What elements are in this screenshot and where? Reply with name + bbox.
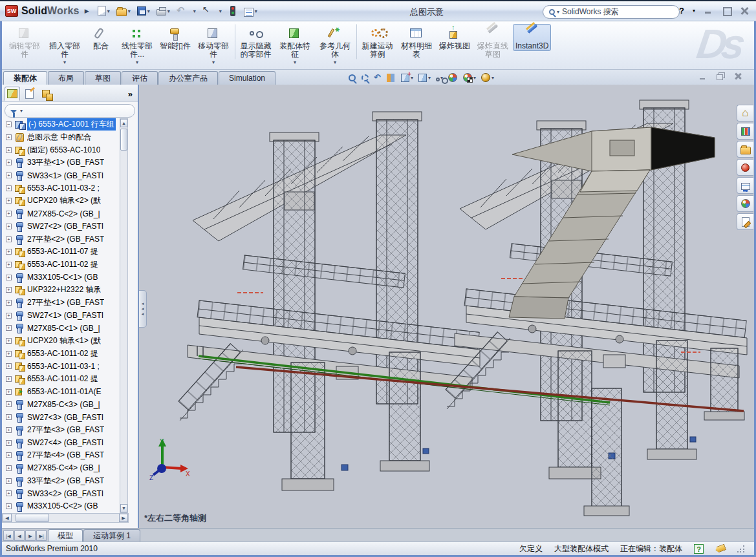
hud-button[interactable] [448, 72, 458, 83]
expand-toggle[interactable]: + [6, 401, 12, 407]
task-pane-button[interactable] [737, 141, 753, 158]
tree-item[interactable]: + 6553-AC-1011-03-1 ; [2, 360, 129, 373]
expand-toggle[interactable]: + [6, 338, 12, 344]
tree-item[interactable]: + SW33<1> (GB_FASTI [2, 169, 129, 182]
dropdown-arrow-icon[interactable]: ▾ [219, 8, 222, 14]
expand-toggle[interactable]: + [6, 211, 12, 216]
tree-item[interactable]: + 33平垫<2> (GB_FAST [2, 474, 129, 487]
tree-item[interactable]: + UCPX20 轴承<2> (默 [2, 194, 129, 207]
toolbar-button[interactable] [226, 3, 239, 19]
tree-item[interactable]: + 33平垫<1> (GB_FAST [2, 156, 129, 169]
tree-item[interactable]: + 6553-AC-1011-01A(E [2, 385, 129, 398]
scroll-up-arrow[interactable]: ▲ [120, 119, 127, 127]
resize-grip[interactable] [737, 545, 745, 552]
expand-toggle[interactable]: + [6, 134, 12, 140]
scroll-left-arrow[interactable]: ◀ [3, 514, 12, 522]
graphics-viewport[interactable]: ◂◂◂ ⌂ [139, 85, 754, 528]
command-tab[interactable]: 评估 [122, 71, 158, 85]
toolbar-button[interactable]: ▾ [96, 3, 112, 19]
toolbar-button[interactable]: ▾ [135, 3, 152, 19]
tree-item[interactable]: + 总图示意 中的配合 [2, 131, 129, 144]
dropdown-arrow-icon[interactable]: ▾ [136, 59, 138, 65]
scroll-down-arrow[interactable]: ▼ [120, 504, 127, 512]
expand-toggle[interactable]: + [6, 147, 12, 153]
expand-toggle[interactable]: + [6, 440, 12, 446]
toolbar-button[interactable]: ↖ ▾ [200, 3, 224, 19]
expand-toggle[interactable]: + [6, 503, 12, 509]
expand-toggle[interactable]: + [6, 224, 12, 229]
tree-item[interactable]: + SW27<2> (GB_FASTI [2, 220, 129, 233]
filter-dropdown-icon[interactable]: ▾ [20, 108, 23, 114]
expand-toggle[interactable]: + [6, 275, 12, 280]
tree-item[interactable]: + 6553-AC-1011-02 提 [2, 373, 129, 386]
expand-toggle[interactable]: + [6, 325, 12, 331]
command-tab[interactable]: 布局 [48, 71, 84, 85]
expand-toggle[interactable]: + [6, 300, 12, 306]
feature-manager-tab[interactable] [5, 87, 20, 101]
dropdown-arrow-icon[interactable]: ▾ [167, 8, 170, 14]
expand-toggle[interactable]: + [6, 160, 12, 165]
command-tab[interactable]: Simulation [219, 71, 275, 85]
ribbon-button[interactable]: 参考几何体 ▾ [315, 24, 355, 65]
expand-toggle[interactable]: + [6, 185, 12, 191]
ribbon-button[interactable]: 插入零部件 ▾ [45, 24, 85, 65]
toolbar-button[interactable]: ▾ [114, 3, 133, 19]
task-pane-button[interactable] [737, 195, 753, 212]
doc-close-button[interactable] [734, 72, 742, 80]
search-placeholder[interactable]: SolidWorks 搜索 [562, 6, 619, 17]
scroll-right-arrow[interactable]: ▶ [119, 514, 128, 522]
tab-nav-button[interactable]: ◀ [14, 531, 25, 541]
hud-button[interactable]: ▾ [400, 73, 413, 83]
quick-tips-help-icon[interactable]: ? [694, 544, 704, 554]
dropdown-arrow-icon[interactable]: ▾ [107, 8, 110, 14]
hud-button[interactable]: ↶ [374, 72, 381, 83]
tree-item[interactable]: + UKP322+H2322 轴承 [2, 284, 129, 297]
dropdown-arrow-icon[interactable]: ▾ [63, 59, 66, 65]
task-pane-button[interactable] [737, 159, 753, 176]
tree-item[interactable]: + SW27<1> (GB_FASTI [2, 309, 129, 322]
tree-horizontal-scrollbar[interactable]: ◀ ▶ [2, 513, 129, 523]
command-tab[interactable]: 草图 [85, 71, 121, 85]
tree-filter-bar[interactable]: ▾ [5, 104, 135, 118]
hud-button[interactable]: ▾ [418, 73, 431, 83]
ribbon-button[interactable]: 装配体特征 ▾ [275, 24, 315, 65]
tree-item[interactable]: + 6553-AC-1011-02 提 [2, 347, 129, 360]
tree-item[interactable]: + 27平垫<2> (GB_FAST [2, 233, 129, 246]
expand-toggle[interactable]: + [6, 262, 12, 268]
tab-nav-button[interactable]: |◀ [3, 531, 14, 541]
tree-item[interactable]: + M27X85-C<2> (GB_| [2, 207, 129, 220]
expand-toggle[interactable]: + [6, 198, 12, 204]
scroll-thumb[interactable] [120, 129, 127, 151]
toolbar-button[interactable]: ↶ ▾ [175, 3, 198, 19]
ribbon-button[interactable]: 显示隐藏的零部件 [235, 24, 275, 59]
dropdown-arrow-icon[interactable]: ▾ [147, 8, 150, 14]
toolbar-button[interactable]: ▾ [242, 3, 259, 19]
hud-button[interactable] [385, 73, 396, 83]
model-tab[interactable]: 模型 [48, 529, 83, 541]
tree-item[interactable]: − (-) 6553-AC-1001 行车组 [2, 118, 129, 131]
ribbon-button[interactable]: 材料明细表 [396, 24, 437, 59]
expand-toggle[interactable]: + [6, 376, 12, 382]
hud-button[interactable]: ▾ [481, 72, 494, 83]
scroll-thumb[interactable] [16, 514, 49, 522]
task-pane-button[interactable] [737, 213, 753, 230]
expand-toggle[interactable]: − [6, 121, 12, 127]
expand-toggle[interactable]: + [6, 490, 12, 496]
tree-item[interactable]: + 6553-AC-1011-03-2 ; [2, 182, 129, 194]
tree-vertical-scrollbar[interactable]: ▲ ▼ [120, 118, 128, 513]
tree-item[interactable]: + 27平垫<3> (GB_FAST [2, 424, 129, 437]
expand-toggle[interactable]: + [6, 236, 12, 242]
tree-item[interactable]: + UCPX20 轴承<1> (默 [2, 335, 129, 348]
toolbar-button[interactable]: ▾ [155, 3, 172, 19]
tree-item[interactable]: + SW27<3> (GB_FASTI [2, 411, 129, 424]
ribbon-button[interactable]: 编辑零部件 [5, 24, 45, 59]
panel-overflow-chevron[interactable]: » [128, 89, 135, 99]
tree-item[interactable]: + M27X85-C<3> (GB_| [2, 398, 129, 411]
ribbon-button[interactable]: 爆炸视图 [437, 24, 473, 51]
command-tab[interactable]: 办公室产品 [158, 71, 218, 85]
help-button[interactable]: ? [679, 6, 684, 16]
ribbon-button[interactable]: 配合 [85, 24, 117, 51]
expand-toggle[interactable]: + [6, 478, 12, 484]
menu-expand-arrow-icon[interactable]: ▶ [85, 8, 89, 14]
tab-nav-button[interactable]: ▶| [36, 531, 47, 541]
